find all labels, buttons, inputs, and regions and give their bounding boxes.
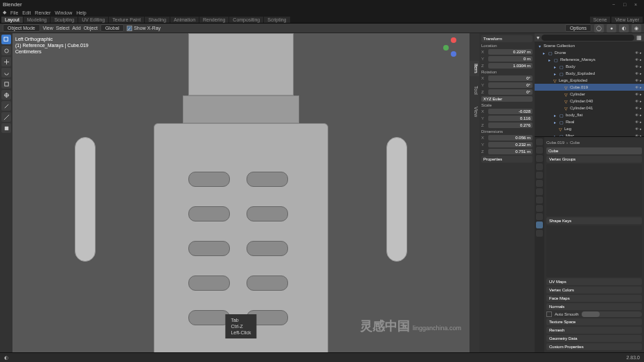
visibility-icon[interactable]: 👁 xyxy=(635,71,638,75)
outliner-row[interactable]: ▽Cylinder.041👁▸ xyxy=(535,105,644,111)
uv-maps-panel[interactable]: UV Maps xyxy=(546,278,642,285)
n-tab-item[interactable]: Item xyxy=(469,61,479,76)
restrict-icon[interactable]: ▸ xyxy=(640,71,642,75)
outliner-row[interactable]: ▸▢Drone👁▸ xyxy=(535,49,644,56)
rot-y-field[interactable]: Y0° xyxy=(481,82,533,88)
restrict-icon[interactable]: ▸ xyxy=(640,120,642,124)
texture-space-panel[interactable]: Texture Space xyxy=(546,318,642,325)
visibility-icon[interactable]: 👁 xyxy=(635,99,638,103)
visibility-icon[interactable]: 👁 xyxy=(635,120,638,124)
show-xray-toggle[interactable]: ✓ Show X-Ray xyxy=(127,26,161,31)
constraint-props-tab[interactable] xyxy=(536,213,543,220)
restrict-icon[interactable]: ▸ xyxy=(640,57,642,62)
loc-y-field[interactable]: Y0 m xyxy=(481,56,533,62)
rotate-tool[interactable] xyxy=(1,68,11,78)
menu-add[interactable]: Add xyxy=(72,26,80,30)
outliner-row[interactable]: ▽Leg👁▸ xyxy=(535,125,644,132)
outliner-row-scene-collection[interactable]: ▾Scene Collection xyxy=(535,42,644,49)
tab-rendering[interactable]: Rendering xyxy=(199,17,229,23)
scene-selector[interactable]: Scene xyxy=(590,17,611,23)
mode-dropdown[interactable]: Object Mode xyxy=(3,24,40,32)
tab-layout[interactable]: Layout xyxy=(1,17,23,23)
menu-render[interactable]: Render xyxy=(35,10,51,15)
rot-mode-field[interactable]: XYZ Euler xyxy=(481,96,533,102)
loc-x-field[interactable]: X0.2297 m xyxy=(481,49,533,55)
scl-z-field[interactable]: Z0.276 xyxy=(481,123,533,128)
custom-properties-panel[interactable]: Custom Properties xyxy=(546,343,642,350)
outliner-row[interactable]: ▽Cylinder.040👁▸ xyxy=(535,98,644,105)
tab-compositing[interactable]: Compositing xyxy=(229,17,263,23)
menu-help[interactable]: Help xyxy=(76,10,86,15)
scene-props-tab[interactable] xyxy=(536,163,543,170)
add-cube-tool[interactable] xyxy=(1,123,11,133)
shape-keys-list[interactable] xyxy=(546,226,642,278)
visibility-icon[interactable]: 👁 xyxy=(635,92,638,96)
menu-window[interactable]: Window xyxy=(55,10,72,15)
rot-x-field[interactable]: X0° xyxy=(481,75,533,81)
scale-tool[interactable] xyxy=(1,79,11,89)
visibility-icon[interactable]: 👁 xyxy=(635,51,638,55)
visibility-icon[interactable]: 👁 xyxy=(635,127,638,131)
outliner-row[interactable]: ▽Cube.019👁▸ xyxy=(535,84,644,91)
measure-tool[interactable] xyxy=(1,112,11,122)
transform-header[interactable]: Transform xyxy=(481,35,533,42)
viewport[interactable]: Left Orthographic (1) Reference_Marays |… xyxy=(12,33,469,352)
restrict-icon[interactable]: ▸ xyxy=(640,127,642,131)
vertex-groups-panel[interactable]: Vertex Groups xyxy=(546,156,642,163)
restrict-icon[interactable]: ▸ xyxy=(640,99,642,103)
outliner-search[interactable] xyxy=(542,35,634,41)
outliner-row[interactable]: ▽Legs_Exploded👁▸ xyxy=(535,77,644,84)
annotate-tool[interactable] xyxy=(1,101,11,111)
tab-modeling[interactable]: Modeling xyxy=(24,17,50,23)
blender-icon[interactable]: ◆ xyxy=(3,10,6,15)
axis-y-icon[interactable] xyxy=(443,45,449,51)
tab-animation[interactable]: Animation xyxy=(170,17,199,23)
mesh-data-props-tab[interactable] xyxy=(536,221,543,228)
menu-object[interactable]: Object xyxy=(84,26,98,30)
restrict-icon[interactable]: ▸ xyxy=(640,78,642,82)
outliner-row[interactable]: ▸▢Body👁▸ xyxy=(535,63,644,70)
loc-z-field[interactable]: Z1.0304 m xyxy=(481,63,533,69)
tab-sculpting[interactable]: Sculpting xyxy=(51,17,78,23)
options-dropdown[interactable]: Options xyxy=(565,24,591,32)
tab-scripting[interactable]: Scripting xyxy=(264,17,289,23)
outliner-row[interactable]: ▸▢Body_Exploded👁▸ xyxy=(535,70,644,77)
normals-panel[interactable]: Normals xyxy=(546,303,642,310)
tab-texture-paint[interactable]: Texture Paint xyxy=(109,17,144,23)
close-button[interactable]: × xyxy=(630,1,641,8)
restrict-icon[interactable]: ▸ xyxy=(640,106,642,110)
face-maps-panel[interactable]: Face Maps xyxy=(546,295,642,302)
visibility-icon[interactable]: 👁 xyxy=(635,57,638,62)
remesh-panel[interactable]: Remesh xyxy=(546,327,642,334)
filter-icon[interactable]: ▾ xyxy=(537,35,539,41)
restrict-icon[interactable]: ▸ xyxy=(640,64,642,69)
object-props-tab[interactable] xyxy=(536,180,543,187)
axis-z-icon[interactable] xyxy=(451,51,456,57)
orientation-dropdown[interactable]: Global xyxy=(100,24,124,32)
geometry-data-panel[interactable]: Geometry Data xyxy=(546,335,642,342)
axis-gizmo[interactable] xyxy=(443,37,464,58)
cursor-tool[interactable] xyxy=(1,46,11,55)
breadcrumb-data[interactable]: Cube xyxy=(570,141,580,145)
material-props-tab[interactable] xyxy=(536,230,543,237)
data-name-field[interactable]: Cube xyxy=(546,147,642,154)
world-props-tab[interactable] xyxy=(536,172,543,179)
minimize-button[interactable]: − xyxy=(608,1,619,8)
rot-z-field[interactable]: Z0° xyxy=(481,89,533,95)
select-tool[interactable] xyxy=(1,35,11,44)
scl-x-field[interactable]: X-0.028 xyxy=(481,109,533,114)
menu-file[interactable]: File xyxy=(10,10,18,15)
tab-shading[interactable]: Shading xyxy=(145,17,170,23)
outliner-row[interactable]: ▸▢body_flat👁▸ xyxy=(535,111,644,118)
breadcrumb-obj[interactable]: Cube.019 xyxy=(546,141,564,145)
render-props-tab[interactable] xyxy=(536,138,543,145)
modifier-props-tab[interactable] xyxy=(536,188,543,195)
shading-rendered-icon[interactable]: ◉ xyxy=(632,24,641,33)
visibility-icon[interactable]: 👁 xyxy=(635,64,638,69)
restrict-icon[interactable]: ▸ xyxy=(640,92,642,96)
dim-x-field[interactable]: X0.056 m xyxy=(481,135,533,141)
dim-y-field[interactable]: Y0.232 m xyxy=(481,142,533,147)
visibility-icon[interactable]: 👁 xyxy=(635,85,638,89)
visibility-icon[interactable]: 👁 xyxy=(635,113,638,117)
axis-x-icon[interactable] xyxy=(451,37,456,43)
